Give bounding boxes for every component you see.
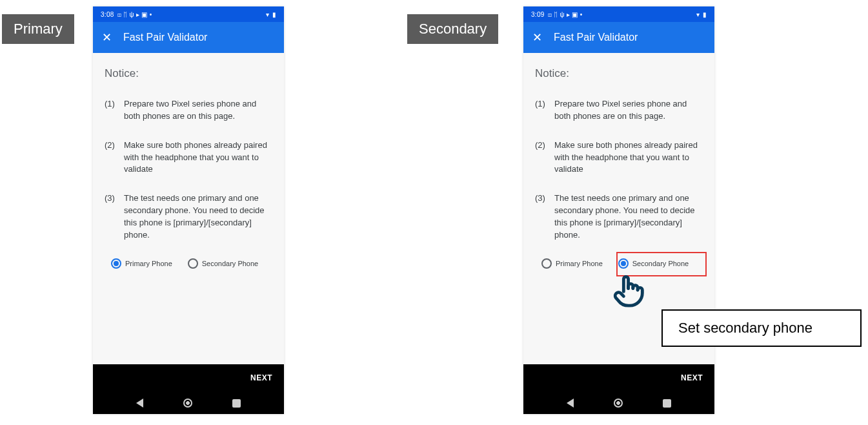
wifi-icon: ▾ (696, 11, 700, 18)
nav-back-icon[interactable] (136, 399, 143, 408)
nav-home-icon[interactable] (614, 399, 623, 408)
radio-secondary-label: Secondary Phone (632, 260, 689, 267)
status-icons-left: ◫ ᛖ ψ ▸ ▣ • (548, 11, 583, 18)
nav-recent-icon[interactable] (663, 399, 671, 408)
bottom-bar: NEXT (93, 364, 284, 414)
step-3-num: (3) (535, 192, 548, 241)
content-area: Notice: (1) Prepare two Pixel series pho… (93, 53, 284, 364)
step-3-text: The test needs one primary and one secon… (124, 192, 272, 241)
battery-icon: ▮ (272, 11, 276, 18)
nav-home-icon[interactable] (183, 399, 192, 408)
radio-primary-label: Primary Phone (556, 260, 603, 267)
radio-primary-phone[interactable]: Primary Phone (541, 258, 603, 269)
app-title: Fast Pair Validator (123, 32, 207, 43)
close-icon[interactable]: ✕ (102, 32, 112, 43)
status-time: 3:08 (101, 11, 114, 18)
pointer-hand-icon (611, 271, 649, 309)
step-1-num: (1) (535, 98, 548, 123)
step-1-text: Prepare two Pixel series phone and both … (554, 98, 703, 123)
radio-icon-selected (618, 258, 629, 269)
radio-icon-unselected (188, 258, 198, 269)
phone-primary: 3:08 ◫ ᛖ ψ ▸ ▣ • ▾ ▮ ✕ Fast Pair Validat… (93, 6, 284, 414)
step-2-num: (2) (105, 140, 117, 176)
radio-primary-label: Primary Phone (125, 260, 172, 267)
next-button[interactable]: NEXT (681, 373, 703, 382)
step-2-num: (2) (535, 140, 548, 176)
radio-secondary-label: Secondary Phone (202, 260, 258, 267)
step-2: (2) Make sure both phones already paired… (105, 140, 272, 176)
notice-heading: Notice: (535, 67, 703, 80)
status-time: 3:09 (531, 11, 545, 18)
radio-group: Primary Phone Secondary Phone (535, 258, 703, 269)
bottom-bar: NEXT (523, 364, 714, 414)
step-1: (1) Prepare two Pixel series phone and b… (105, 98, 272, 123)
tag-primary: Primary (2, 14, 74, 44)
next-button[interactable]: NEXT (250, 373, 272, 382)
radio-group: Primary Phone Secondary Phone (105, 258, 272, 269)
app-title: Fast Pair Validator (554, 32, 638, 43)
status-icons-left: ◫ ᛖ ψ ▸ ▣ • (117, 11, 152, 18)
radio-secondary-phone[interactable]: Secondary Phone (188, 258, 258, 269)
nav-bar (93, 399, 284, 408)
step-3: (3) The test needs one primary and one s… (105, 192, 272, 241)
step-2-text: Make sure both phones already paired wit… (124, 140, 272, 176)
nav-back-icon[interactable] (567, 399, 574, 408)
radio-primary-phone[interactable]: Primary Phone (111, 258, 172, 269)
step-1-num: (1) (105, 98, 117, 123)
app-bar: ✕ Fast Pair Validator (93, 22, 284, 53)
notice-heading: Notice: (105, 67, 272, 80)
tag-secondary: Secondary (407, 14, 498, 44)
app-bar: ✕ Fast Pair Validator (523, 22, 714, 53)
step-3: (3) The test needs one primary and one s… (535, 192, 703, 241)
step-2: (2) Make sure both phones already paired… (535, 140, 703, 176)
radio-icon-unselected (541, 258, 552, 269)
nav-recent-icon[interactable] (232, 399, 241, 408)
step-3-text: The test needs one primary and one secon… (554, 192, 703, 241)
callout-set-secondary: Set secondary phone (661, 309, 862, 347)
radio-icon-selected (111, 258, 121, 269)
radio-secondary-phone[interactable]: Secondary Phone (618, 258, 689, 269)
status-bar: 3:08 ◫ ᛖ ψ ▸ ▣ • ▾ ▮ (93, 6, 284, 22)
phone-secondary: 3:09 ◫ ᛖ ψ ▸ ▣ • ▾ ▮ ✕ Fast Pair Validat… (523, 6, 714, 414)
step-1: (1) Prepare two Pixel series phone and b… (535, 98, 703, 123)
step-3-num: (3) (105, 192, 117, 241)
battery-icon: ▮ (703, 11, 707, 18)
step-1-text: Prepare two Pixel series phone and both … (124, 98, 272, 123)
nav-bar (523, 399, 714, 408)
close-icon[interactable]: ✕ (532, 32, 542, 43)
wifi-icon: ▾ (266, 11, 269, 18)
step-2-text: Make sure both phones already paired wit… (554, 140, 703, 176)
status-bar: 3:09 ◫ ᛖ ψ ▸ ▣ • ▾ ▮ (523, 6, 714, 22)
